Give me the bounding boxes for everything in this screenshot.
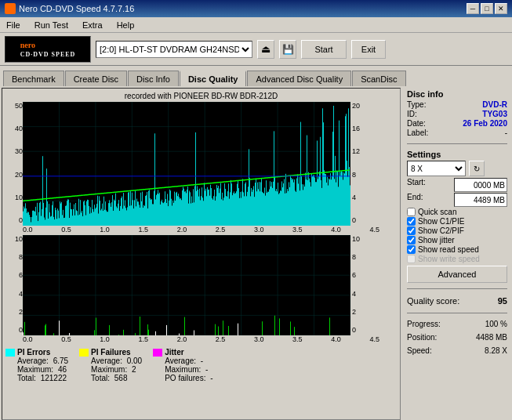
menu-help[interactable]: Help [114,20,138,31]
app-icon [5,3,16,14]
show-jitter-row: Show jitter [407,236,507,244]
show-c1pie-checkbox[interactable] [407,217,416,226]
end-input[interactable] [454,193,507,207]
menu-extra[interactable]: Extra [79,20,106,31]
progress-value: 100 % [485,320,507,328]
pi-errors-avg-label: Average: [17,357,49,365]
title-bar-left: Nero CD-DVD Speed 4.7.7.16 [5,3,134,14]
top-chart-canvas [23,102,350,226]
chart-area: recorded with PIONEER BD-RW BDR-212D 50 … [2,88,401,420]
jitter-max-value: - [205,365,208,374]
bottom-chart-container: 10 8 6 4 2 0 10 8 6 4 2 0 [5,235,397,335]
tab-disc-info[interactable]: Disc Info [128,71,179,86]
maximize-button[interactable]: □ [481,3,493,14]
drive-select[interactable]: [2:0] HL-DT-ST DVDRAM GH24NSD0 LH00 [96,41,252,58]
refresh-button[interactable]: ↻ [469,161,485,176]
disc-id-value: TYG03 [482,110,507,118]
legend: PI Errors Average: 6.75 Maximum: 46 Tota… [5,345,397,382]
speed-select[interactable]: 8 X [407,161,466,176]
pi-errors-max-label: Maximum: [17,365,53,374]
menu-file[interactable]: File [3,20,24,31]
close-button[interactable]: ✕ [495,3,507,14]
title-bar-controls[interactable]: ─ □ ✕ [467,3,507,14]
disc-id-label: ID: [407,110,417,118]
app-title: Nero CD-DVD Speed 4.7.7.16 [19,4,134,13]
jitter-avg-label: Average: [165,357,196,365]
menu-run-test[interactable]: Run Test [31,20,71,31]
pi-errors-avg-value: 6.75 [53,357,68,365]
legend-jitter: Jitter Average: - Maximum: - PO failures… [153,348,212,382]
nero-logo: neroCD·DVD SPEED [5,36,91,63]
bottom-y-left: 10 8 6 4 2 0 [5,235,23,335]
pi-failures-avg-value: 0.00 [127,357,142,365]
pi-failures-color [79,349,89,357]
disc-label-label: Label: [407,129,428,137]
pi-failures-max-value: 2 [132,365,136,374]
title-bar: Nero CD-DVD Speed 4.7.7.16 ─ □ ✕ [0,0,512,17]
position-label: Position: [407,333,437,342]
show-read-speed-label: Show read speed [418,245,479,254]
show-read-speed-row: Show read speed [407,245,507,254]
start-input[interactable] [454,178,507,192]
quality-score-row: Quality score: 95 [407,296,507,306]
pi-failures-avg-label: Average: [91,357,122,365]
bottom-y-right: 10 8 6 4 2 0 [350,235,368,335]
pi-failures-total-label: Total: [91,374,110,382]
jitter-avg-value: - [201,357,203,365]
po-failures-value: - [210,374,212,382]
jitter-label: Jitter [165,348,183,357]
pi-errors-color [5,349,15,357]
pi-errors-total-label: Total: [17,374,36,382]
advanced-button[interactable]: Advanced [407,266,507,283]
show-write-speed-label: Show write speed [418,255,480,263]
show-read-speed-checkbox[interactable] [407,245,416,254]
disc-label-value: - [505,129,507,137]
tab-create-disc[interactable]: Create Disc [65,71,127,86]
show-c2pif-row: Show C2/PIF [407,226,507,235]
show-write-speed-row: Show write speed [407,255,507,263]
right-panel: Disc info Type: DVD-R ID: TYG03 Date: 26… [402,86,512,420]
tab-scan-disc[interactable]: ScanDisc [352,71,405,86]
save-button[interactable]: 💾 [279,40,296,59]
disc-type-label: Type: [407,100,426,109]
show-jitter-checkbox[interactable] [407,236,416,244]
toolbar: neroCD·DVD SPEED [2:0] HL-DT-ST DVDRAM G… [0,33,512,66]
divider-2 [407,288,507,289]
pi-errors-label: PI Errors [17,348,50,357]
quality-score-label: Quality score: [407,296,459,306]
show-jitter-label: Show jitter [418,236,455,244]
position-value: 4488 MB [476,333,507,342]
show-c2pif-checkbox[interactable] [407,226,416,235]
disc-date-row: Date: 26 Feb 2020 [407,119,507,128]
disc-info-title: Disc info [407,89,507,99]
progress-label: Progress: [407,320,441,328]
start-label: Start: [407,178,426,192]
disc-type-row: Type: DVD-R [407,100,507,109]
tab-disc-quality[interactable]: Disc Quality [180,71,247,86]
speed-row: 8 X ↻ [407,161,507,176]
jitter-color [153,349,162,357]
bottom-chart-canvas [23,235,350,335]
minimize-button[interactable]: ─ [467,3,479,14]
end-label: End: [407,193,423,207]
menu-bar: File Run Test Extra Help [0,17,512,33]
exit-button[interactable]: Exit [351,40,386,59]
progress-row: Progress: 100 % [407,320,507,328]
disc-type-value: DVD-R [482,100,507,109]
quick-scan-checkbox[interactable] [407,208,416,216]
speed-value: 8.28 X [485,346,507,355]
tab-bar: Benchmark Create Disc Disc Info Disc Qua… [0,66,512,86]
bottom-x-labels: 0.00.51.01.52.02.53.03.54.04.5 [23,335,379,343]
disc-date-value: 26 Feb 2020 [463,119,507,128]
divider-3 [407,313,507,313]
show-c2pif-label: Show C2/PIF [418,226,464,235]
eject-button[interactable]: ⏏ [257,40,274,59]
top-y-right: 20 16 12 8 4 0 [350,102,368,226]
tab-advanced-disc-quality[interactable]: Advanced Disc Quality [247,71,351,86]
pi-failures-total-value: 568 [114,374,128,382]
top-y-left: 50 40 30 20 10 0 [5,102,23,226]
tab-benchmark[interactable]: Benchmark [3,71,64,86]
disc-label-row: Label: - [407,129,507,137]
start-button[interactable]: Start [301,40,347,59]
disc-date-label: Date: [407,119,426,128]
